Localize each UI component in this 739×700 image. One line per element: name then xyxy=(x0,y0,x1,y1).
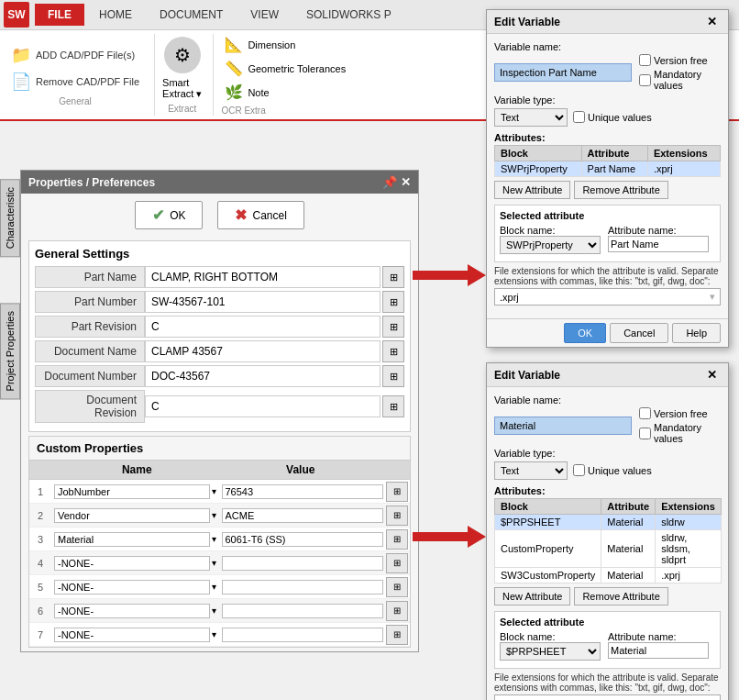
ribbon-tab-document[interactable]: DOCUMENT xyxy=(147,4,236,26)
custom-table-row: 5 ▾ ⊞ xyxy=(29,575,410,599)
dropdown-icon[interactable]: ▾ xyxy=(212,606,216,616)
ribbon-tab-home[interactable]: HOME xyxy=(86,4,145,26)
row-value-input[interactable] xyxy=(222,508,384,523)
prop-row: Part Revision ⊞ xyxy=(35,316,404,338)
dropdown-icon[interactable]: ▾ xyxy=(212,510,216,520)
ribbon-tab-file[interactable]: FILE xyxy=(35,4,84,26)
row-name-input[interactable] xyxy=(54,580,210,594)
dialog1-var-name-label: Variable name: xyxy=(494,41,721,52)
dialog1-new-attr-button[interactable]: New Attribute xyxy=(494,181,570,199)
dialog2-remove-attr-button[interactable]: Remove Attribute xyxy=(574,587,667,606)
row-num: 4 xyxy=(29,558,51,569)
row-value-input[interactable] xyxy=(222,604,384,618)
prop-edit-icon[interactable]: ⊞ xyxy=(382,266,404,288)
ribbon-tab-solidworks-p[interactable]: SOLIDWORKS P xyxy=(293,4,404,26)
dialog2-mandatory-checkbox[interactable]: Mandatory values xyxy=(639,422,721,444)
prop-row: Part Name ⊞ xyxy=(35,266,404,288)
ribbon-tab-view[interactable]: VIEW xyxy=(237,4,292,26)
prop-value-input[interactable] xyxy=(145,291,381,313)
row-name-input[interactable] xyxy=(54,604,210,618)
dialog2-attr-name-input[interactable] xyxy=(608,642,709,659)
col-value-header: Value xyxy=(219,463,383,476)
panel-header: Properties / Preferences 📌 ✕ xyxy=(21,171,418,194)
row-name-input[interactable] xyxy=(54,484,210,499)
prop-edit-icon[interactable]: ⊞ xyxy=(382,291,404,313)
side-tab-project[interactable]: Project Properties xyxy=(0,303,20,399)
pin-icon[interactable]: 📌 xyxy=(382,175,397,189)
row-edit-icon[interactable]: ⊞ xyxy=(386,482,408,502)
dialog1-close-icon[interactable]: ✕ xyxy=(703,14,721,29)
dialog2-block-name-select[interactable]: $PRPSHEET xyxy=(500,642,601,661)
prop-edit-icon[interactable]: ⊞ xyxy=(382,316,404,338)
row-edit-icon[interactable]: ⊞ xyxy=(386,577,408,597)
dialog1-remove-attr-button[interactable]: Remove Attribute xyxy=(574,181,667,199)
prop-value-input[interactable] xyxy=(145,395,381,417)
prop-edit-icon[interactable]: ⊞ xyxy=(382,365,404,387)
custom-table-row: 2 ▾ ⊞ xyxy=(29,504,410,528)
row-name-input[interactable] xyxy=(54,628,210,642)
dimension-button[interactable]: 📐 Dimension xyxy=(221,34,349,55)
prop-value-input[interactable] xyxy=(145,316,381,338)
dialog1-help-button[interactable]: Help xyxy=(672,323,721,343)
dialog2-sel-attr-label: Selected attribute xyxy=(500,617,715,628)
row-value-input[interactable] xyxy=(222,580,384,594)
dialog2-unique-checkbox[interactable]: Unique values xyxy=(573,464,652,476)
smart-extract-button[interactable]: SmartExtract ▾ xyxy=(162,77,202,100)
dialog2-var-type-select[interactable]: Text xyxy=(494,461,568,480)
row-num: 7 xyxy=(29,629,51,640)
prop-value-input[interactable] xyxy=(145,365,381,387)
dialog1-block-name-select[interactable]: SWPrjProperty xyxy=(500,236,601,254)
prop-label: Part Number xyxy=(35,291,145,313)
row-name-input[interactable] xyxy=(54,508,210,523)
side-tab-characteristic[interactable]: Characteristic xyxy=(0,179,20,257)
row-value-input[interactable] xyxy=(222,532,384,547)
dialog1-unique-checkbox[interactable]: Unique values xyxy=(573,111,652,123)
dropdown-icon[interactable]: ▾ xyxy=(212,558,216,568)
note-button[interactable]: 🌿 Note xyxy=(221,82,349,103)
dialog1-mandatory-checkbox[interactable]: Mandatory values xyxy=(639,69,721,91)
row-value-input[interactable] xyxy=(222,556,384,571)
dropdown-icon[interactable]: ▾ xyxy=(212,486,216,496)
dialog1-var-name-input[interactable] xyxy=(494,63,632,82)
prop-edit-icon[interactable]: ⊞ xyxy=(382,395,404,417)
remove-cad-button[interactable]: 📄 Remove CAD/PDF File xyxy=(7,70,143,94)
dialog1-ok-button[interactable]: OK xyxy=(564,323,606,343)
row-edit-icon[interactable]: ⊞ xyxy=(386,625,408,645)
app-icon: SW xyxy=(4,2,29,28)
prop-value-input[interactable] xyxy=(145,340,381,362)
dropdown-icon[interactable]: ▾ xyxy=(212,629,216,639)
row-edit-icon[interactable]: ⊞ xyxy=(386,506,408,526)
add-cad-button[interactable]: 📁 ADD CAD/PDF File(s) xyxy=(7,43,143,67)
row-edit-icon[interactable]: ⊞ xyxy=(386,529,408,550)
custom-properties-title: Custom Properties xyxy=(29,437,410,461)
dialog1-attr-name-input[interactable] xyxy=(608,236,709,252)
dialog1-version-free-checkbox[interactable]: Version free xyxy=(639,54,721,66)
row-edit-icon[interactable]: ⊞ xyxy=(386,553,408,573)
cancel-button[interactable]: ✖ Cancel xyxy=(217,201,303,229)
general-settings-section: General Settings Part Name ⊞ Part Number… xyxy=(28,240,411,432)
row-name-input[interactable] xyxy=(54,532,210,547)
checkmark-icon: ✔ xyxy=(152,206,164,224)
prop-edit-icon[interactable]: ⊞ xyxy=(382,340,404,362)
close-panel-icon[interactable]: ✕ xyxy=(401,175,411,189)
row-value-input[interactable] xyxy=(222,628,384,642)
ok-button[interactable]: ✔ OK xyxy=(135,201,203,229)
dropdown-icon[interactable]: ▾ xyxy=(212,534,216,544)
dialog2-var-name-input[interactable] xyxy=(494,417,632,435)
dialog2-titlebar: Edit Variable ✕ xyxy=(487,363,728,387)
row-name-input[interactable] xyxy=(54,556,210,571)
prop-value-input[interactable] xyxy=(145,266,381,288)
dropdown-icon[interactable]: ▾ xyxy=(212,582,216,592)
dialog2-close-icon[interactable]: ✕ xyxy=(703,367,721,383)
dialog1-var-type-select[interactable]: Text xyxy=(494,108,568,127)
dialog2-new-attr-button[interactable]: New Attribute xyxy=(494,587,570,606)
dialog2-version-free-checkbox[interactable]: Version free xyxy=(639,407,721,419)
edit-variable-dialog-2: Edit Variable ✕ Variable name: Version f… xyxy=(486,362,729,700)
geometric-tolerances-button[interactable]: 📏 Geometric Tolerances xyxy=(221,58,349,79)
svg-marker-0 xyxy=(413,264,486,286)
row-value-input[interactable] xyxy=(222,484,384,499)
ribbon-group-ocr-label: OCR Extra xyxy=(221,106,349,116)
row-edit-icon[interactable]: ⊞ xyxy=(386,601,408,621)
ribbon-group-extract: ⚙ SmartExtract ▾ Extract xyxy=(162,34,214,116)
dialog1-cancel-button[interactable]: Cancel xyxy=(610,323,668,343)
